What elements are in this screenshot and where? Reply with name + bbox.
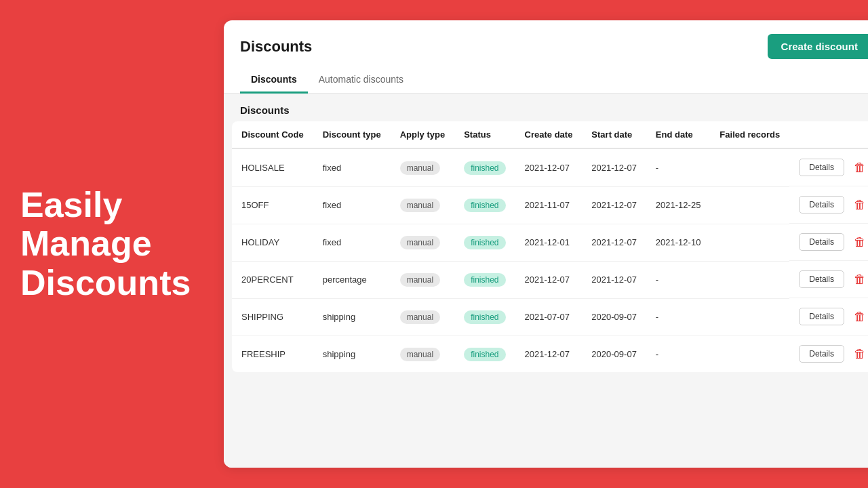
cell-type: percentage: [313, 261, 391, 298]
cell-failed-records: [710, 148, 789, 186]
col-apply-type: Apply type: [391, 121, 454, 148]
cell-apply: manual: [391, 336, 454, 372]
cell-code: FREESHIP: [232, 336, 313, 372]
cell-start-date: 2020-09-07: [582, 298, 646, 336]
status-badge: finished: [464, 199, 505, 212]
cell-actions: Details 🗑: [789, 186, 868, 224]
delete-button[interactable]: 🗑: [850, 308, 868, 325]
col-create-date: Create date: [515, 121, 583, 148]
cell-status: finished: [454, 148, 515, 186]
cell-end-date: -: [646, 148, 711, 186]
delete-button[interactable]: 🗑: [850, 234, 868, 251]
cell-create-date: 2021-07-07: [515, 298, 583, 336]
cell-end-date: -: [646, 261, 711, 298]
cell-status: finished: [454, 336, 515, 372]
table-row: HOLISALE fixed manual finished 2021-12-0…: [232, 148, 868, 186]
details-button[interactable]: Details: [799, 345, 844, 363]
apply-badge: manual: [400, 273, 440, 287]
delete-button[interactable]: 🗑: [850, 271, 868, 288]
details-button[interactable]: Details: [799, 196, 844, 214]
right-panel: Discounts Create discount Discounts Auto…: [210, 0, 868, 488]
status-badge: finished: [464, 236, 505, 249]
create-discount-button[interactable]: Create discount: [768, 34, 868, 59]
cell-create-date: 2021-11-07: [515, 186, 583, 224]
cell-status: finished: [454, 261, 515, 298]
cell-code: 20PERCENT: [232, 261, 313, 298]
details-button[interactable]: Details: [799, 308, 844, 325]
tabs-bar: Discounts Automatic discounts: [224, 67, 868, 94]
cell-start-date: 2021-12-07: [582, 224, 646, 261]
cell-type: fixed: [313, 186, 391, 224]
status-badge: finished: [464, 310, 505, 324]
discounts-table: Discount Code Discount type Apply type S…: [232, 121, 868, 372]
apply-badge: manual: [400, 161, 440, 175]
cell-start-date: 2021-12-07: [582, 186, 646, 224]
delete-button[interactable]: 🗑: [850, 159, 868, 176]
cell-create-date: 2021-12-07: [515, 336, 583, 372]
hero-title: EasilyManageDiscounts: [20, 186, 191, 302]
table-section: Discounts Discount Code Discount type Ap…: [224, 94, 868, 468]
col-status: Status: [454, 121, 515, 148]
tab-automatic-discounts[interactable]: Automatic discounts: [308, 67, 414, 94]
status-badge: finished: [464, 273, 505, 287]
cell-end-date: 2021-12-25: [646, 186, 711, 224]
tab-discounts[interactable]: Discounts: [240, 67, 308, 94]
left-panel: EasilyManageDiscounts: [0, 0, 210, 488]
delete-button[interactable]: 🗑: [850, 197, 868, 214]
cell-code: HOLISALE: [232, 148, 313, 186]
col-failed-records: Failed records: [710, 121, 789, 148]
cell-status: finished: [454, 224, 515, 261]
cell-create-date: 2021-12-07: [515, 261, 583, 298]
cell-start-date: 2021-12-07: [582, 261, 646, 298]
cell-start-date: 2021-12-07: [582, 148, 646, 186]
cell-failed-records: [710, 336, 789, 372]
table-row: 15OFF fixed manual finished 2021-11-07 2…: [232, 186, 868, 224]
cell-apply: manual: [391, 224, 454, 261]
status-badge: finished: [464, 161, 505, 175]
table-heading: Discounts: [224, 94, 868, 121]
apply-badge: manual: [400, 310, 440, 324]
details-button[interactable]: Details: [799, 233, 844, 251]
status-badge: finished: [464, 348, 505, 361]
delete-button[interactable]: 🗑: [850, 346, 868, 363]
card-header: Discounts Create discount: [224, 20, 868, 59]
cell-code: HOLIDAY: [232, 224, 313, 261]
col-discount-code: Discount Code: [232, 121, 313, 148]
col-end-date: End date: [646, 121, 711, 148]
col-start-date: Start date: [582, 121, 646, 148]
cell-end-date: 2021-12-10: [646, 224, 711, 261]
col-actions: [789, 121, 868, 148]
cell-actions: Details 🗑: [789, 336, 868, 372]
apply-badge: manual: [400, 348, 440, 361]
cell-apply: manual: [391, 298, 454, 336]
details-button[interactable]: Details: [799, 270, 844, 288]
cell-status: finished: [454, 298, 515, 336]
cell-apply: manual: [391, 148, 454, 186]
cell-failed-records: [710, 224, 789, 261]
cell-apply: manual: [391, 261, 454, 298]
cell-end-date: -: [646, 336, 711, 372]
table-header-row: Discount Code Discount type Apply type S…: [232, 121, 868, 148]
cell-status: finished: [454, 186, 515, 224]
cell-actions: Details 🗑: [789, 298, 868, 336]
cell-apply: manual: [391, 186, 454, 224]
main-card: Discounts Create discount Discounts Auto…: [224, 20, 868, 468]
table-wrapper[interactable]: Discount Code Discount type Apply type S…: [224, 121, 868, 468]
apply-badge: manual: [400, 236, 440, 249]
cell-actions: Details 🗑: [789, 261, 868, 298]
cell-code: SHIPPING: [232, 298, 313, 336]
cell-create-date: 2021-12-07: [515, 148, 583, 186]
cell-start-date: 2020-09-07: [582, 336, 646, 372]
cell-failed-records: [710, 298, 789, 336]
cell-type: fixed: [313, 224, 391, 261]
cell-type: shipping: [313, 336, 391, 372]
table-row: 20PERCENT percentage manual finished 202…: [232, 261, 868, 298]
col-discount-type: Discount type: [313, 121, 391, 148]
table-row: FREESHIP shipping manual finished 2021-1…: [232, 336, 868, 372]
page-title: Discounts: [240, 38, 312, 56]
apply-badge: manual: [400, 199, 440, 212]
cell-create-date: 2021-12-01: [515, 224, 583, 261]
cell-code: 15OFF: [232, 186, 313, 224]
details-button[interactable]: Details: [799, 159, 844, 176]
cell-failed-records: [710, 186, 789, 224]
